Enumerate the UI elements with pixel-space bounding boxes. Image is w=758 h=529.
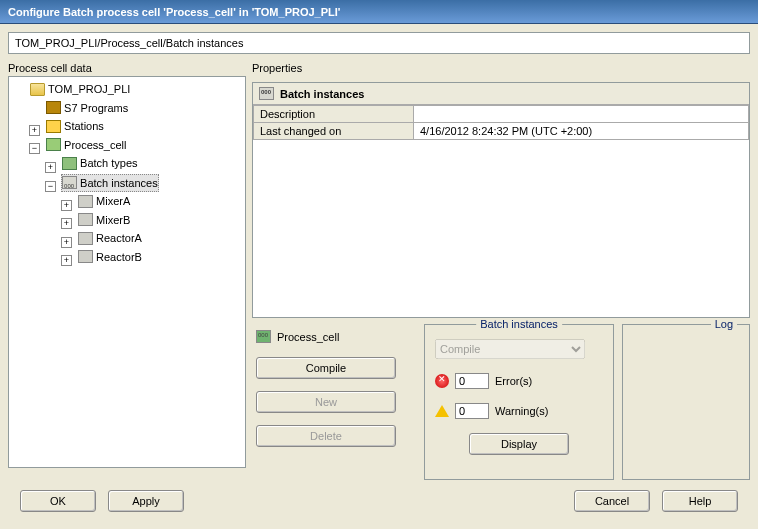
- dialog-footer: OK Apply Cancel Help: [8, 480, 750, 512]
- prop-key: Description: [254, 106, 414, 123]
- error-icon: [435, 374, 449, 388]
- tree-expander[interactable]: −: [45, 181, 56, 192]
- cell-icon: [46, 138, 61, 151]
- breadcrumb: TOM_PROJ_PLI/Process_cell/Batch instance…: [8, 32, 750, 54]
- tree-node-mixer-a[interactable]: MixerA: [77, 193, 131, 209]
- window-titlebar: Configure Batch process cell 'Process_ce…: [0, 0, 758, 24]
- process-cell-column: Process_cell Compile New Delete: [252, 324, 416, 480]
- help-button[interactable]: Help: [662, 490, 738, 512]
- tree-label: MixerB: [96, 212, 130, 228]
- errors-label: Error(s): [495, 375, 532, 387]
- tree-spacer: [29, 103, 40, 114]
- tree-node-process-cell[interactable]: Process_cell: [45, 137, 127, 153]
- tree-label: ReactorA: [96, 230, 142, 246]
- tree-node-batch-types[interactable]: Batch types: [61, 155, 138, 171]
- tree-node-batch-instances[interactable]: Batch instances: [61, 174, 159, 192]
- tree-expander[interactable]: +: [29, 125, 40, 136]
- batch-instances-icon: [259, 87, 274, 100]
- tree-node-stations[interactable]: Stations: [45, 118, 105, 134]
- errors-count: [455, 373, 489, 389]
- tree-spacer: [13, 85, 24, 96]
- display-button[interactable]: Display: [469, 433, 569, 455]
- properties-table: Description Last changed on 4/16/2012 8:…: [253, 105, 749, 140]
- new-button: New: [256, 391, 396, 413]
- tree-node-mixer-b[interactable]: MixerB: [77, 212, 131, 228]
- warnings-label: Warning(s): [495, 405, 548, 417]
- warnings-count: [455, 403, 489, 419]
- process-cell-tree[interactable]: TOM_PROJ_PLI S7 Programs: [8, 76, 246, 468]
- window-title: Configure Batch process cell 'Process_ce…: [8, 6, 340, 18]
- batch-instances-group-title: Batch instances: [476, 318, 562, 330]
- tree-label: Stations: [64, 118, 104, 134]
- tree-node-root[interactable]: TOM_PROJ_PLI: [29, 81, 131, 97]
- instance-icon: [78, 213, 93, 226]
- breadcrumb-text: TOM_PROJ_PLI/Process_cell/Batch instance…: [15, 37, 243, 49]
- apply-button[interactable]: Apply: [108, 490, 184, 512]
- properties-label: Properties: [252, 62, 750, 74]
- properties-heading-row: Batch instances: [253, 83, 749, 105]
- prop-key: Last changed on: [254, 123, 414, 140]
- tree-expander[interactable]: +: [61, 200, 72, 211]
- tree-expander[interactable]: +: [61, 237, 72, 248]
- tree-expander[interactable]: −: [29, 143, 40, 154]
- batch-instances-icon: [62, 176, 77, 189]
- stations-icon: [46, 120, 61, 133]
- log-group: Log: [622, 324, 750, 480]
- tree-expander[interactable]: +: [61, 255, 72, 266]
- batch-types-icon: [62, 157, 77, 170]
- table-row: Description: [254, 106, 749, 123]
- tree-label: S7 Programs: [64, 100, 128, 116]
- tree-expander[interactable]: +: [45, 162, 56, 173]
- tree-label: MixerA: [96, 193, 130, 209]
- tree-label: TOM_PROJ_PLI: [48, 81, 130, 97]
- prop-value: 4/16/2012 8:24:32 PM (UTC +2:00): [414, 123, 749, 140]
- warning-icon: [435, 405, 449, 417]
- log-body: [633, 339, 739, 469]
- process-cell-icon: [256, 330, 271, 343]
- tree-label: Batch instances: [80, 175, 158, 191]
- tree-expander[interactable]: +: [61, 218, 72, 229]
- tree-node-reactor-b[interactable]: ReactorB: [77, 249, 143, 265]
- tree-node-s7[interactable]: S7 Programs: [45, 100, 129, 116]
- batch-instances-group: Batch instances Compile Error(s): [424, 324, 614, 480]
- tree-label: Process_cell: [64, 137, 126, 153]
- folder-icon: [30, 83, 45, 96]
- ok-button[interactable]: OK: [20, 490, 96, 512]
- tree-label: Batch types: [80, 155, 137, 171]
- table-row: Last changed on 4/16/2012 8:24:32 PM (UT…: [254, 123, 749, 140]
- process-cell-label: Process_cell: [277, 331, 339, 343]
- properties-heading: Batch instances: [280, 88, 364, 100]
- instance-icon: [78, 250, 93, 263]
- compile-button[interactable]: Compile: [256, 357, 396, 379]
- instance-icon: [78, 195, 93, 208]
- process-cell-data-label: Process cell data: [8, 62, 246, 74]
- batch-instances-combo: Compile: [435, 339, 585, 359]
- delete-button: Delete: [256, 425, 396, 447]
- properties-panel: Batch instances Description Last changed…: [252, 82, 750, 318]
- log-group-title: Log: [711, 318, 737, 330]
- instance-icon: [78, 232, 93, 245]
- prop-value[interactable]: [414, 106, 749, 123]
- s7-icon: [46, 101, 61, 114]
- tree-label: ReactorB: [96, 249, 142, 265]
- tree-node-reactor-a[interactable]: ReactorA: [77, 230, 143, 246]
- cancel-button[interactable]: Cancel: [574, 490, 650, 512]
